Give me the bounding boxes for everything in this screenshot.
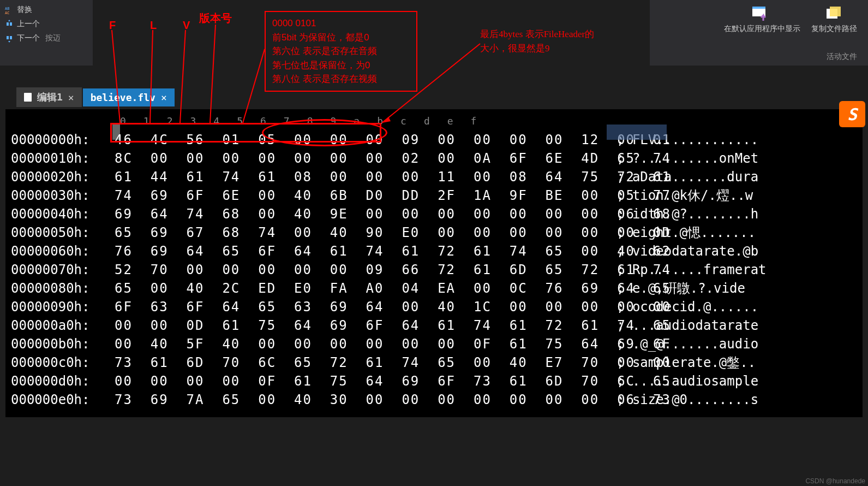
svg-text:AB: AB xyxy=(5,7,9,11)
binoculars-down-icon xyxy=(5,34,14,43)
next-extra: 按迈 xyxy=(45,33,61,43)
tab-bar: 编辑1 × believe.flv × xyxy=(16,87,175,107)
close-tab-icon[interactable]: × xyxy=(161,92,167,103)
active-file-label: 活动文件 xyxy=(827,52,857,62)
svg-rect-3 xyxy=(10,22,12,26)
hex-row[interactable]: 000000a0h:00 00 0D 61 75 64 69 6F 64 61 … xyxy=(11,316,857,335)
input-method-badge[interactable]: S xyxy=(839,101,865,127)
tab-believe-label: believe.flv xyxy=(91,92,155,103)
binoculars-up-icon xyxy=(5,20,14,28)
copy-path-action[interactable]: 复制文件路径 xyxy=(811,5,857,34)
prev-label: 上一个 xyxy=(17,19,40,29)
replace-action[interactable]: ABAC 替换 xyxy=(3,3,90,17)
svg-line-13 xyxy=(210,25,215,123)
label-F: F xyxy=(109,19,116,32)
svg-text:AC: AC xyxy=(5,11,9,14)
replace-label: 替换 xyxy=(17,5,32,15)
hex-row[interactable]: 00000020h:61 44 61 74 61 08 00 00 00 11 … xyxy=(11,168,857,186)
open-default-label: 在默认应用程序中显示 xyxy=(724,24,800,34)
hex-row[interactable]: 000000e0h:73 69 7A 65 00 40 30 00 00 00 … xyxy=(11,390,857,409)
column-header: 0123456789abcdef xyxy=(11,112,857,131)
copy-path-label: 复制文件路径 xyxy=(811,24,857,34)
svg-rect-5 xyxy=(10,36,12,39)
hex-row[interactable]: 00000060h:76 69 64 65 6F 64 61 74 61 72 … xyxy=(11,242,857,260)
toolbar-left: ABAC 替换 上一个 下一个 按迈 xyxy=(0,0,93,66)
replace-icon: ABAC xyxy=(5,5,14,14)
hex-row[interactable]: 00000080h:65 00 40 2C ED E0 FA A0 04 EA … xyxy=(11,279,857,298)
hex-row[interactable]: 000000b0h:00 40 5F 40 00 00 00 00 00 00 … xyxy=(11,335,857,353)
next-label: 下一个 xyxy=(17,33,40,43)
svg-rect-2 xyxy=(7,22,9,26)
tab-edit1[interactable]: 编辑1 × xyxy=(16,87,82,107)
hex-row[interactable]: 000000d0h:00 00 00 00 0F 61 75 64 69 6F … xyxy=(11,372,857,390)
hex-row[interactable]: 00000050h:65 69 67 68 74 00 40 90 E0 00 … xyxy=(11,223,857,242)
flags-annotation: 0000 0101 前5bit 为保留位，都是0 第六位 表示是否存在音频 第七… xyxy=(265,11,417,92)
open-default-icon xyxy=(751,5,773,22)
tab-edit1-label: 编辑1 xyxy=(37,91,63,104)
svg-rect-4 xyxy=(7,36,9,39)
hex-row[interactable]: 00000090h:6F 63 6F 64 65 63 69 64 00 40 … xyxy=(11,298,857,316)
label-version: 版本号 xyxy=(199,11,232,26)
svg-rect-9 xyxy=(830,7,841,16)
hex-row[interactable]: 00000070h:52 70 00 00 00 00 00 09 66 72 … xyxy=(11,260,857,279)
hex-row[interactable]: 00000000h:46 4C 56 01 05 00 00 00 09 00 … xyxy=(11,131,857,149)
hex-row[interactable]: 000000c0h:73 61 6D 70 6C 65 72 61 74 65 … xyxy=(11,353,857,372)
label-L: L xyxy=(150,19,157,32)
label-V: V xyxy=(183,19,190,32)
tab-believe[interactable]: believe.flv × xyxy=(83,88,175,106)
hex-editor[interactable]: 0123456789abcdef 00000000h:46 4C 56 01 0… xyxy=(5,109,863,417)
hex-row[interactable]: 00000040h:69 64 74 68 00 40 9E 00 00 00 … xyxy=(11,205,857,223)
hex-row[interactable]: 00000010h:8C 00 00 00 00 00 00 00 02 00 … xyxy=(11,149,857,168)
document-icon xyxy=(24,93,32,102)
prev-action[interactable]: 上一个 xyxy=(3,17,90,31)
watermark: CSDN @hunandede xyxy=(805,477,865,485)
open-default-action[interactable]: 在默认应用程序中显示 xyxy=(724,5,800,34)
svg-rect-7 xyxy=(752,7,765,9)
headersize-annotation: 最后4bytes 表示FileHeader的 大小，很显然是9 xyxy=(480,27,594,55)
close-tab-icon[interactable]: × xyxy=(68,92,74,103)
next-action[interactable]: 下一个 按迈 xyxy=(3,31,90,45)
hex-row[interactable]: 00000030h:74 69 6F 6E 00 40 6B D0 DD 2F … xyxy=(11,186,857,205)
copy-path-icon xyxy=(823,5,845,22)
